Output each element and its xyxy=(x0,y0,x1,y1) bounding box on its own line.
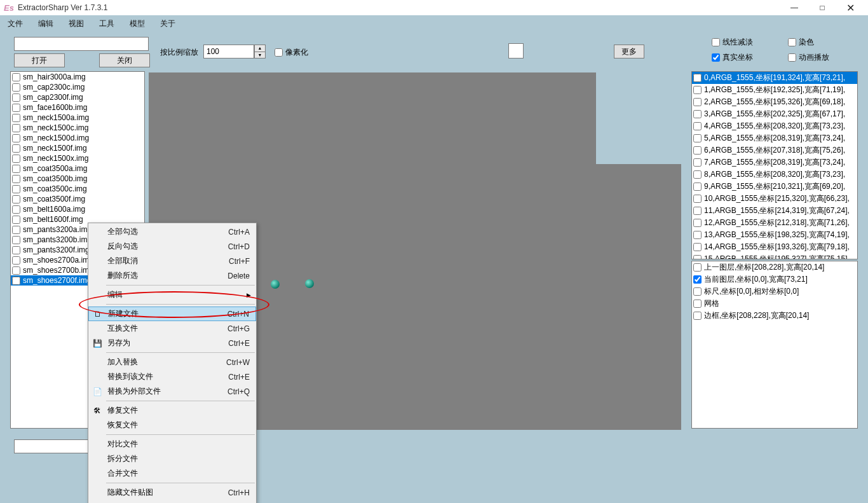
menu-文件[interactable]: 文件 xyxy=(8,18,23,29)
file-checkbox[interactable] xyxy=(12,144,20,153)
frame-checkbox[interactable] xyxy=(693,122,702,130)
scale-spinner[interactable]: ▲▼ xyxy=(254,45,266,59)
frame-row[interactable]: 3,ARGB_1555,坐标[202,325],宽高[67,17], xyxy=(692,108,857,120)
frame-row[interactable]: 10,ARGB_1555,坐标[215,320],宽高[66,23], xyxy=(692,193,857,205)
menu-item-替换到该文件[interactable]: 替换到该文件Ctrl+E xyxy=(88,369,256,384)
layer-row[interactable]: 标尺,坐标[0,0],相对坐标[0,0] xyxy=(692,286,857,298)
pixelate-checkbox[interactable] xyxy=(275,48,283,57)
frame-checkbox[interactable] xyxy=(693,255,702,259)
open-button[interactable]: 打开 xyxy=(14,53,65,67)
layer-checkbox[interactable] xyxy=(693,275,702,284)
frame-checkbox[interactable] xyxy=(693,158,702,167)
file-checkbox[interactable] xyxy=(12,256,20,265)
file-checkbox[interactable] xyxy=(12,83,20,92)
file-checkbox[interactable] xyxy=(12,226,20,234)
layer-checkbox[interactable] xyxy=(693,287,702,296)
frame-row[interactable]: 12,ARGB_1555,坐标[212,318],宽高[71,26], xyxy=(692,217,857,229)
menu-item-互换文件[interactable]: 互换文件Ctrl+G xyxy=(88,321,256,336)
menu-item-合并文件[interactable]: 合并文件 xyxy=(88,466,256,481)
file-checkbox[interactable] xyxy=(12,134,20,142)
file-checkbox[interactable] xyxy=(12,216,20,224)
tint-checkbox[interactable] xyxy=(788,38,796,46)
menu-item-拆分文件[interactable]: 拆分文件 xyxy=(88,451,256,466)
frame-row[interactable]: 4,ARGB_1555,坐标[208,320],宽高[73,23], xyxy=(692,120,857,132)
frame-row[interactable]: 6,ARGB_1555,坐标[207,318],宽高[75,26], xyxy=(692,144,857,156)
frame-checkbox[interactable] xyxy=(693,134,702,142)
menu-item-新建文件[interactable]: 🗋新建文件Ctrl+N xyxy=(88,307,256,321)
menu-关于[interactable]: 关于 xyxy=(160,18,175,29)
frame-checkbox[interactable] xyxy=(693,231,702,239)
window-maximize-button[interactable]: □ xyxy=(808,0,836,15)
menu-item-替换为外部文件[interactable]: 📄替换为外部文件Ctrl+Q xyxy=(88,384,256,399)
file-checkbox[interactable] xyxy=(12,266,20,275)
file-checkbox[interactable] xyxy=(12,277,20,285)
frame-row[interactable]: 11,ARGB_1555,坐标[214,319],宽高[67,24], xyxy=(692,205,857,217)
file-row[interactable]: sm_neck1500x.img xyxy=(11,153,144,163)
menu-item-反向勾选[interactable]: 反向勾选Ctrl+D xyxy=(88,239,256,254)
file-row[interactable]: sm_neck1500f.img xyxy=(11,143,144,153)
menu-item-删除所选[interactable]: 删除所选Delete xyxy=(88,268,256,283)
menu-工具[interactable]: 工具 xyxy=(99,18,114,29)
frame-row[interactable]: 0,ARGB_1555,坐标[191,324],宽高[73,21], xyxy=(692,72,857,84)
frame-checkbox[interactable] xyxy=(693,243,702,251)
frame-row[interactable]: 5,ARGB_1555,坐标[208,319],宽高[73,24], xyxy=(692,132,857,144)
frame-row[interactable]: 14,ARGB_1555,坐标[193,326],宽高[79,18], xyxy=(692,241,857,253)
file-row[interactable]: sm_neck1500d.img xyxy=(11,133,144,143)
file-row[interactable]: sm_neck1500a.img xyxy=(11,113,144,123)
layer-row[interactable]: 当前图层,坐标[0,0],宽高[73,21] xyxy=(692,273,857,286)
frame-checkbox[interactable] xyxy=(693,170,702,179)
frame-checkbox[interactable] xyxy=(693,86,702,94)
layer-checkbox[interactable] xyxy=(693,312,702,320)
menu-编辑[interactable]: 编辑 xyxy=(38,18,53,29)
frame-checkbox[interactable] xyxy=(693,110,702,118)
file-row[interactable]: sm_belt1600a.img xyxy=(11,204,144,214)
layer-row[interactable]: 网格 xyxy=(692,298,857,310)
file-row[interactable]: sm_coat3500a.img xyxy=(11,163,144,174)
layer-list-panel[interactable]: 上一图层,坐标[208,228],宽高[20,14]当前图层,坐标[0,0],宽… xyxy=(691,261,858,429)
file-checkbox[interactable] xyxy=(12,185,20,193)
real-coord-checkbox[interactable] xyxy=(712,53,720,62)
file-row[interactable]: sm_neck1500c.img xyxy=(11,123,144,133)
menu-item-全部勾选[interactable]: 全部勾选Ctrl+A xyxy=(88,224,256,239)
menu-item-对比文件[interactable]: 对比文件 xyxy=(88,437,256,451)
file-row[interactable]: sm_hair3000a.img xyxy=(11,72,144,82)
file-row[interactable]: sm_coat3500c.img xyxy=(11,184,144,194)
menu-模型[interactable]: 模型 xyxy=(130,18,145,29)
close-file-button[interactable]: 关闭 xyxy=(99,53,150,67)
menu-item-加入替换[interactable]: 加入替换Ctrl+W xyxy=(88,355,256,369)
file-row[interactable]: sm_coat3500f.img xyxy=(11,194,144,204)
file-checkbox[interactable] xyxy=(12,124,20,132)
layer-row[interactable]: 边框,坐标[208,228],宽高[20,14] xyxy=(692,310,857,322)
file-row[interactable]: sm_cap2300c.img xyxy=(11,82,144,92)
file-checkbox[interactable] xyxy=(12,165,20,173)
frame-row[interactable]: 1,ARGB_1555,坐标[192,325],宽高[71,19], xyxy=(692,84,857,96)
frame-row[interactable]: 7,ARGB_1555,坐标[208,319],宽高[73,24], xyxy=(692,156,857,169)
file-checkbox[interactable] xyxy=(12,195,20,203)
linear-dodge-checkbox[interactable] xyxy=(712,38,720,46)
file-checkbox[interactable] xyxy=(12,73,20,81)
menu-item-全部取消[interactable]: 全部取消Ctrl+F xyxy=(88,254,256,268)
file-row[interactable]: sm_cap2300f.img xyxy=(11,92,144,102)
file-row[interactable]: sm_face1600b.img xyxy=(11,102,144,113)
frame-checkbox[interactable] xyxy=(693,74,702,82)
menu-item-修复文件[interactable]: 🛠修复文件 xyxy=(88,403,256,418)
frame-list-panel[interactable]: 0,ARGB_1555,坐标[191,324],宽高[73,21],1,ARGB… xyxy=(691,71,858,259)
file-checkbox[interactable] xyxy=(12,175,20,183)
file-checkbox[interactable] xyxy=(12,93,20,102)
file-checkbox[interactable] xyxy=(12,155,20,163)
window-close-button[interactable]: ✕ xyxy=(836,0,864,15)
frame-row[interactable]: 15,ARGB_1555,坐标[195,327],宽高[75,15], xyxy=(692,253,857,259)
frame-row[interactable]: 9,ARGB_1555,坐标[210,321],宽高[69,20], xyxy=(692,181,857,193)
menu-item-恢复文件[interactable]: 恢复文件 xyxy=(88,418,256,432)
file-checkbox[interactable] xyxy=(12,114,20,122)
frame-checkbox[interactable] xyxy=(693,98,702,106)
file-checkbox[interactable] xyxy=(12,246,20,254)
search-input[interactable] xyxy=(14,37,149,51)
layer-row[interactable]: 上一图层,坐标[208,228],宽高[20,14] xyxy=(692,261,857,273)
menu-item-隐藏文件贴图[interactable]: 隐藏文件贴图Ctrl+H xyxy=(88,485,256,500)
file-checkbox[interactable] xyxy=(12,104,20,112)
frame-row[interactable]: 8,ARGB_1555,坐标[208,320],宽高[73,23], xyxy=(692,169,857,181)
file-checkbox[interactable] xyxy=(12,205,20,214)
window-minimize-button[interactable]: — xyxy=(780,0,808,15)
file-row[interactable]: sm_coat3500b.img xyxy=(11,174,144,184)
